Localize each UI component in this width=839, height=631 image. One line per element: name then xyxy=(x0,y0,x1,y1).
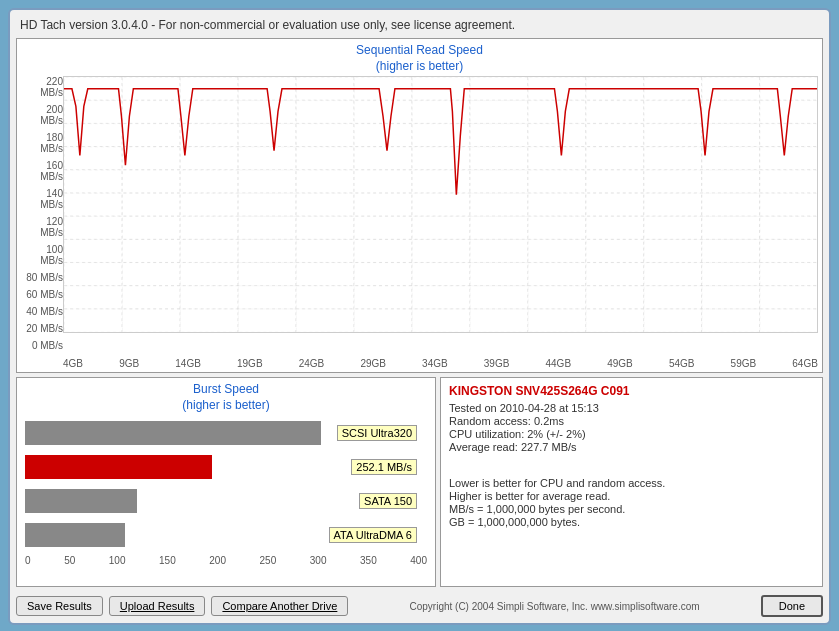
info-note-2: Higher is better for average read. xyxy=(449,490,814,502)
footer: Save Results Upload Results Compare Anot… xyxy=(16,591,823,617)
bar-row-ata: ATA UltraDMA 6 xyxy=(25,521,337,549)
seq-read-chart: Sequential Read Speed (higher is better)… xyxy=(16,38,823,373)
title-bar: HD Tach version 3.0.4.0 - For non-commer… xyxy=(16,16,823,38)
x-axis: 4GB 9GB 14GB 19GB 24GB 29GB 34GB 39GB 44… xyxy=(63,358,818,369)
info-line-4: Average read: 227.7 MB/s xyxy=(449,441,814,453)
info-panel: KINGSTON SNV425S264G C091 Tested on 2010… xyxy=(440,377,823,587)
bar-row-scsi: SCSI Ultra320 xyxy=(25,419,337,447)
app-title: HD Tach version 3.0.4.0 - For non-commer… xyxy=(20,18,515,32)
bar-ata xyxy=(25,523,125,547)
bar-scsi xyxy=(25,421,321,445)
bar-container-3: SATA 150 xyxy=(25,489,337,513)
info-note-3: MB/s = 1,000,000 bytes per second. xyxy=(449,503,814,515)
bar-container-2: 252.1 MB/s xyxy=(25,455,337,479)
main-area: Sequential Read Speed (higher is better)… xyxy=(16,38,823,617)
upload-results-button[interactable]: Upload Results xyxy=(109,596,206,616)
seq-svg xyxy=(64,77,817,332)
copyright-text: Copyright (C) 2004 Simpli Software, Inc.… xyxy=(409,601,699,612)
y-axis: 220 MB/s 200 MB/s 180 MB/s 160 MB/s 140 … xyxy=(21,76,63,351)
bar-label-sata: SATA 150 xyxy=(359,493,417,509)
chart-inner xyxy=(63,76,818,333)
info-line-1: Tested on 2010-04-28 at 15:13 xyxy=(449,402,814,414)
footer-buttons: Save Results Upload Results Compare Anot… xyxy=(16,596,348,616)
seq-chart-area: 220 MB/s 200 MB/s 180 MB/s 160 MB/s 140 … xyxy=(21,76,818,351)
save-results-button[interactable]: Save Results xyxy=(16,596,103,616)
drive-title: KINGSTON SNV425S264G C091 xyxy=(449,384,814,398)
burst-chart-title: Burst Speed (higher is better) xyxy=(25,382,427,413)
bar-container-4: ATA UltraDMA 6 xyxy=(25,523,337,547)
burst-panel: Burst Speed (higher is better) SCSI Ultr… xyxy=(16,377,436,587)
bar-chart-area: SCSI Ultra320 252.1 MB/s xyxy=(25,419,427,549)
info-divider xyxy=(449,459,814,471)
info-line-2: Random access: 0.2ms xyxy=(449,415,814,427)
burst-x-axis: 0 50 100 150 200 250 300 350 400 xyxy=(25,555,427,566)
bar-row-current: 252.1 MB/s xyxy=(25,453,337,481)
bar-current xyxy=(25,455,212,479)
compare-drive-button[interactable]: Compare Another Drive xyxy=(211,596,348,616)
bottom-area: Burst Speed (higher is better) SCSI Ultr… xyxy=(16,377,823,587)
bar-sata xyxy=(25,489,137,513)
bar-label-current: 252.1 MB/s xyxy=(351,459,417,475)
seq-chart-title: Sequential Read Speed (higher is better) xyxy=(21,43,818,74)
main-window: HD Tach version 3.0.4.0 - For non-commer… xyxy=(8,8,831,625)
bar-label-scsi: SCSI Ultra320 xyxy=(337,425,417,441)
info-line-3: CPU utilization: 2% (+/- 2%) xyxy=(449,428,814,440)
bar-label-ata: ATA UltraDMA 6 xyxy=(329,527,417,543)
info-note-4: GB = 1,000,000,000 bytes. xyxy=(449,516,814,528)
bar-row-sata: SATA 150 xyxy=(25,487,337,515)
info-note-1: Lower is better for CPU and random acces… xyxy=(449,477,814,489)
bar-container-1: SCSI Ultra320 xyxy=(25,421,337,445)
svg-rect-1 xyxy=(64,77,817,332)
done-button[interactable]: Done xyxy=(761,595,823,617)
